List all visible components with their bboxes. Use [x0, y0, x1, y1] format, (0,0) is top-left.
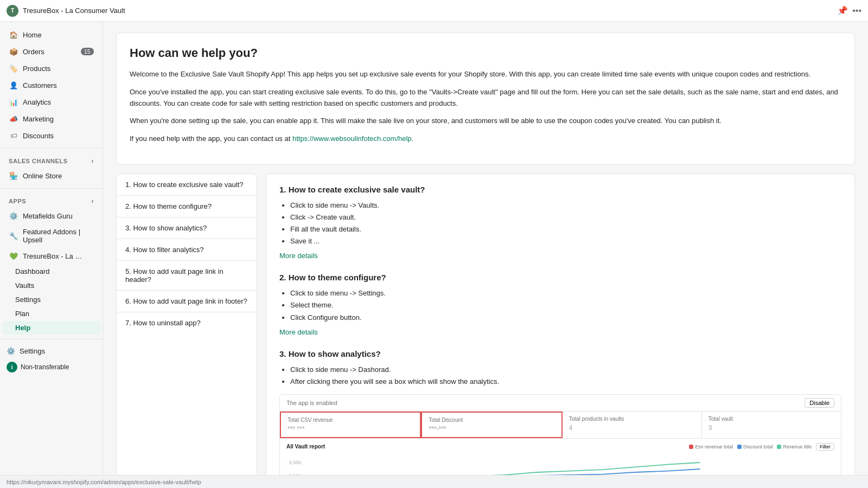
sidebar-item-label: Orders	[23, 48, 44, 56]
more-options-icon[interactable]: •••	[852, 6, 861, 16]
faq-item-6[interactable]: 6. How to add vault page link in footer?	[117, 291, 257, 312]
chart-filter-button[interactable]: Filter	[816, 443, 834, 451]
sidebar-item-featured-addons[interactable]: 🔧 Featured Addons | Upsell	[2, 224, 100, 247]
sidebar-item-tresurebox[interactable]: 💚 TresureBox - La Consumer...	[2, 248, 100, 264]
sidebar-item-label: TresureBox - La Consumer...	[23, 252, 82, 260]
disable-button[interactable]: Disable	[805, 398, 834, 408]
app-enabled-text: The app is enabled	[286, 400, 337, 406]
metric-value-2: 4	[569, 424, 695, 432]
top-bar: T TresureBox - La Consumer Vault 📌 •••	[0, 0, 868, 22]
metric-label-1: Total Discount	[429, 417, 554, 423]
faq-list: 1. How to create exclusive sale vault? 2…	[116, 174, 257, 475]
faq-item-4[interactable]: 4. How to filter analytics?	[117, 239, 257, 261]
faq-item-2[interactable]: 2. How to theme configure?	[117, 196, 257, 217]
settings-gear-label: Settings	[20, 347, 45, 355]
chart-title: All Vault report	[286, 444, 325, 450]
main-layout: 🏠 Home 📦 Orders 15 🏷️ Products 👤 Custome…	[0, 22, 868, 475]
faq-item-5[interactable]: 5. How to add vault page link in header?	[117, 261, 257, 291]
main-content: How can we help you? Welcome to the Excl…	[103, 22, 868, 475]
faq-item-1[interactable]: 1. How to create exclusive sale vault?	[117, 174, 257, 196]
help-label: Help	[15, 324, 30, 332]
sidebar-item-customers[interactable]: 👤 Customers	[2, 77, 100, 93]
sidebar-item-metafields-guru[interactable]: ⚙️ Metafields Guru	[2, 208, 100, 224]
non-transferable-icon: i	[7, 362, 17, 373]
sidebar-item-label: Analytics	[23, 98, 51, 106]
faq-step: Select theme.	[290, 299, 841, 311]
sidebar-item-discounts[interactable]: 🏷 Discounts	[2, 127, 100, 144]
app-logo: T	[7, 5, 18, 17]
top-bar-actions: 📌 •••	[837, 5, 861, 16]
help-intro-p3: When you're done setting up the sale, yo…	[130, 115, 841, 127]
sidebar-item-online-store[interactable]: 🏪 Online Store	[2, 168, 100, 184]
faq-section-3: 3. How to show analytics? Click to side …	[279, 349, 841, 475]
faq-section-1: 1. How to create exclusive sale vault? C…	[279, 185, 841, 260]
discounts-icon: 🏷	[9, 131, 18, 140]
faq-section-2: 2. How to theme configure? Click to side…	[279, 273, 841, 336]
help-title: How can we help you?	[130, 46, 841, 60]
faq-item-3[interactable]: 3. How to show analytics?	[117, 217, 257, 239]
metric-value-0: *** ***	[288, 425, 413, 433]
chevron-right-icon: ›	[91, 157, 94, 165]
customers-icon: 👤	[9, 80, 18, 90]
metric-card-3: Total vault 3	[702, 412, 841, 438]
metafields-icon: ⚙️	[9, 211, 18, 221]
sidebar-item-home[interactable]: 🏠 Home	[2, 27, 100, 43]
faq-step: After clicking there you will see a box …	[290, 376, 841, 388]
faq-item-7[interactable]: 7. How to uninstall app?	[117, 312, 257, 333]
gear-icon: ⚙️	[7, 347, 15, 355]
sidebar-item-label: Featured Addons | Upsell	[23, 228, 94, 244]
apps-section: Apps ›	[0, 193, 103, 207]
help-intro-p4: If you need help with the app, you can c…	[130, 133, 841, 145]
plan-label: Plan	[15, 310, 29, 318]
sidebar: 🏠 Home 📦 Orders 15 🏷️ Products 👤 Custome…	[0, 22, 103, 475]
metric-label-2: Total products in vaults	[569, 416, 695, 422]
sidebar-item-products[interactable]: 🏷️ Products	[2, 60, 100, 76]
vaults-label: Vaults	[15, 281, 34, 290]
chart-title-row: All Vault report Esv revenue total	[286, 443, 834, 451]
faq-answers: 1. How to create exclusive sale vault? C…	[266, 174, 855, 475]
sidebar-sub-help[interactable]: Help	[2, 321, 100, 335]
settings-label: Settings	[15, 296, 41, 304]
faq-section-1-title: 1. How to create exclusive sale vault?	[279, 185, 841, 194]
more-details-2[interactable]: More details	[279, 328, 318, 336]
sidebar-sub-plan[interactable]: Plan	[2, 307, 100, 320]
sidebar-sub-vaults[interactable]: Vaults	[2, 279, 100, 292]
sidebar-item-analytics[interactable]: 📊 Analytics	[2, 94, 100, 110]
sidebar-item-label: Metafields Guru	[23, 212, 73, 220]
tresurebox-icon: 💚	[9, 251, 18, 261]
faq-step: Click to side menu -> Dashorad.	[290, 364, 841, 376]
sidebar-item-orders[interactable]: 📦 Orders 15	[2, 43, 100, 60]
more-details-1[interactable]: More details	[279, 252, 318, 260]
y-label-low: 2,500	[286, 474, 301, 475]
dashboard-label: Dashboard	[15, 267, 50, 275]
chart-area: All Vault report Esv revenue total	[280, 439, 841, 475]
sidebar-sub-settings[interactable]: Settings	[2, 293, 100, 306]
app-title: TresureBox - La Consumer Vault	[23, 7, 125, 15]
sidebar-item-marketing[interactable]: 📣 Marketing	[2, 111, 100, 127]
orders-icon: 📦	[9, 47, 18, 56]
orders-badge: 15	[81, 48, 94, 55]
faq-step: Click to side menu -> Settings.	[290, 287, 841, 299]
faq-step: Click to side menu -> Vaults.	[290, 200, 841, 211]
sidebar-item-settings-gear[interactable]: ⚙️ Settings	[0, 344, 103, 358]
help-intro-p2: Once you've installed the app, you can s…	[130, 87, 841, 110]
products-icon: 🏷️	[9, 63, 18, 73]
sidebar-item-label: Discounts	[23, 132, 54, 140]
analytics-icon: 📊	[9, 97, 18, 107]
online-store-icon: 🏪	[9, 171, 18, 181]
legend-item-1: Discount total	[737, 444, 773, 450]
contact-link[interactable]: https://www.websoulinfotech.com/help.	[292, 134, 413, 143]
sidebar-sub-dashboard[interactable]: Dashboard	[2, 265, 100, 278]
screenshot-header: The app is enabled Disable	[280, 395, 841, 412]
faq-section-3-title: 3. How to show analytics?	[279, 349, 841, 358]
sidebar-item-label: Customers	[23, 81, 57, 89]
sidebar-item-label: Marketing	[23, 115, 54, 123]
faq-step: Click -> Create vault.	[290, 211, 841, 223]
metric-value-3: 3	[709, 424, 834, 432]
pin-icon[interactable]: 📌	[837, 5, 848, 16]
chart-legend: Esv revenue total Discount total	[689, 444, 812, 450]
sales-channels-section: Sales channels ›	[0, 153, 103, 167]
y-label-high: 3,500	[286, 460, 301, 465]
featured-addons-icon: 🔧	[9, 231, 18, 241]
faq-step: Click Configure button.	[290, 312, 841, 324]
